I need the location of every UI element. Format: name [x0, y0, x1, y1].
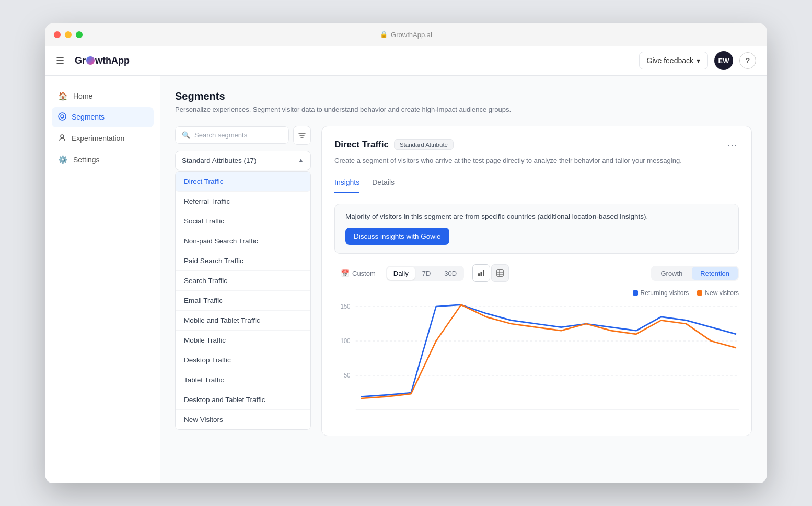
segment-label: Social Traffic — [184, 217, 224, 225]
legend-new: New visitors — [697, 289, 739, 297]
hamburger-menu-icon[interactable]: ☰ — [56, 55, 64, 66]
tab-details[interactable]: Details — [372, 173, 395, 193]
segment-item-social-traffic[interactable]: Social Traffic — [176, 211, 310, 231]
tab-insights[interactable]: Insights — [334, 173, 359, 193]
segment-item-search-traffic[interactable]: Search Traffic — [176, 271, 310, 291]
help-button[interactable]: ? — [739, 52, 756, 69]
7d-button[interactable]: 7D — [416, 267, 437, 280]
daily-button[interactable]: Daily — [387, 267, 415, 280]
home-icon: 🏠 — [58, 91, 68, 101]
sidebar-item-segments[interactable]: Segments — [52, 107, 154, 127]
svg-point-0 — [59, 113, 66, 120]
sidebar-item-segments-label: Segments — [72, 113, 105, 121]
segment-item-desktop-traffic[interactable]: Desktop Traffic — [176, 350, 310, 370]
traffic-light-yellow[interactable] — [65, 31, 72, 38]
sidebar-item-home-label: Home — [73, 92, 92, 100]
returning-visitors-dot — [633, 290, 638, 296]
filter-button[interactable] — [293, 126, 311, 145]
user-initials: EW — [718, 57, 729, 65]
user-avatar[interactable]: EW — [714, 51, 733, 70]
sidebar-item-settings[interactable]: ⚙️ Settings — [52, 150, 154, 170]
more-options-button[interactable]: ⋯ — [725, 137, 739, 152]
traffic-light-red[interactable] — [54, 31, 61, 38]
search-filter-row: 🔍 — [175, 126, 311, 145]
segment-item-direct-traffic[interactable]: Direct Traffic — [176, 172, 310, 192]
date-filter-group: Daily 7D 30D — [386, 266, 464, 281]
segment-item-mobile-traffic[interactable]: Mobile Traffic — [176, 331, 310, 350]
segment-item-tablet-traffic[interactable]: Tablet Traffic — [176, 370, 310, 390]
segment-item-non-paid-search[interactable]: Non-paid Search Traffic — [176, 231, 310, 251]
logo-text-wthapp: wthApp — [95, 55, 130, 66]
segment-label: Tablet Traffic — [184, 376, 224, 384]
segment-item-desktop-tablet[interactable]: Desktop and Tablet Traffic — [176, 390, 310, 410]
segment-item-referral-traffic[interactable]: Referral Traffic — [176, 192, 310, 211]
sidebar: 🏠 Home Segments Expe — [45, 76, 160, 483]
segment-label: New Visitors — [184, 416, 223, 423]
app-window: 🔒 GrowthApp.ai ☰ GrwthApp Give feedback … — [45, 23, 767, 483]
detail-panel: Direct Traffic Standard Attribute ⋯ Crea… — [321, 126, 752, 437]
insight-box: Majority of visitors in this segment are… — [334, 204, 739, 254]
segment-item-paid-search[interactable]: Paid Search Traffic — [176, 251, 310, 271]
segment-label: Mobile Traffic — [184, 336, 226, 344]
segment-label: Non-paid Search Traffic — [184, 237, 258, 245]
segment-label: Desktop and Tablet Traffic — [184, 396, 265, 404]
segment-label: Desktop Traffic — [184, 356, 231, 364]
legend-returning: Returning visitors — [633, 289, 689, 297]
retention-label: Retention — [700, 269, 729, 277]
page-content: Segments Personalize experiences. Segmen… — [160, 76, 767, 483]
segment-item-mobile-tablet[interactable]: Mobile and Tablet Traffic — [176, 311, 310, 331]
chart-controls: 📅 Custom Daily 7D — [334, 264, 739, 282]
svg-rect-3 — [478, 273, 480, 276]
segment-label: Email Traffic — [184, 297, 223, 304]
logo-text-gr: Gr — [75, 55, 86, 66]
page-subtitle: Personalize experiences. Segment visitor… — [175, 105, 752, 113]
segment-item-email-traffic[interactable]: Email Traffic — [176, 291, 310, 311]
30d-button[interactable]: 30D — [438, 267, 463, 280]
segments-icon — [58, 112, 66, 122]
window-title-text: GrowthApp.ai — [391, 31, 432, 39]
search-bar: 🔍 — [175, 126, 289, 144]
traffic-light-green[interactable] — [76, 31, 83, 38]
search-input[interactable] — [194, 131, 282, 139]
window-title-center: 🔒 GrowthApp.ai — [380, 31, 432, 39]
svg-text:100: 100 — [341, 337, 351, 344]
give-feedback-button[interactable]: Give feedback ▾ — [639, 52, 709, 69]
svg-text:50: 50 — [344, 372, 351, 379]
chevron-up-icon: ▲ — [298, 157, 304, 164]
detail-body: Majority of visitors in this segment are… — [322, 193, 751, 436]
segment-group-label: Standard Attributes (17) — [182, 157, 257, 164]
detail-title-row: Direct Traffic Standard Attribute ⋯ — [334, 137, 739, 152]
chart-area: Returning visitors New visitors — [334, 289, 739, 425]
svg-rect-6 — [497, 270, 503, 276]
discuss-insights-button[interactable]: Discuss insights with Gowie — [345, 228, 449, 245]
page-title: Segments — [175, 90, 752, 102]
settings-icon: ⚙️ — [58, 155, 68, 164]
view-toggle: Growth Retention — [651, 266, 739, 281]
sidebar-item-experimentation[interactable]: Experimentation — [52, 128, 154, 149]
growth-view-button[interactable]: Growth — [652, 267, 691, 280]
svg-rect-5 — [483, 270, 484, 276]
chart-svg: 150 100 50 — [334, 301, 739, 416]
daily-label: Daily — [393, 269, 409, 277]
segment-item-new-visitors[interactable]: New Visitors — [176, 410, 310, 429]
new-visitors-dot — [697, 290, 702, 296]
table-chart-button[interactable] — [491, 264, 509, 282]
30d-label: 30D — [444, 269, 457, 277]
svg-point-1 — [61, 115, 64, 118]
chart-type-group — [472, 264, 509, 282]
calendar-icon: 📅 — [341, 269, 349, 277]
top-nav: ☰ GrwthApp Give feedback ▾ EW ? — [45, 46, 767, 76]
7d-label: 7D — [422, 269, 431, 277]
returning-visitors-label: Returning visitors — [641, 289, 689, 297]
insight-text: Majority of visitors in this segment are… — [345, 213, 728, 220]
segment-group-header[interactable]: Standard Attributes (17) ▲ — [175, 151, 311, 170]
sidebar-item-home[interactable]: 🏠 Home — [52, 86, 154, 106]
segment-label: Referral Traffic — [184, 197, 230, 205]
app-shell: ☰ GrwthApp Give feedback ▾ EW ? 🏠 — [45, 46, 767, 483]
chart-legend: Returning visitors New visitors — [334, 289, 739, 297]
content-grid: 🔍 Standard Attributes (17) ▲ — [175, 126, 752, 437]
bar-chart-button[interactable] — [472, 264, 490, 282]
custom-date-button[interactable]: 📅 Custom — [334, 267, 382, 280]
retention-view-button[interactable]: Retention — [692, 267, 738, 280]
chevron-down-icon: ▾ — [697, 56, 700, 65]
